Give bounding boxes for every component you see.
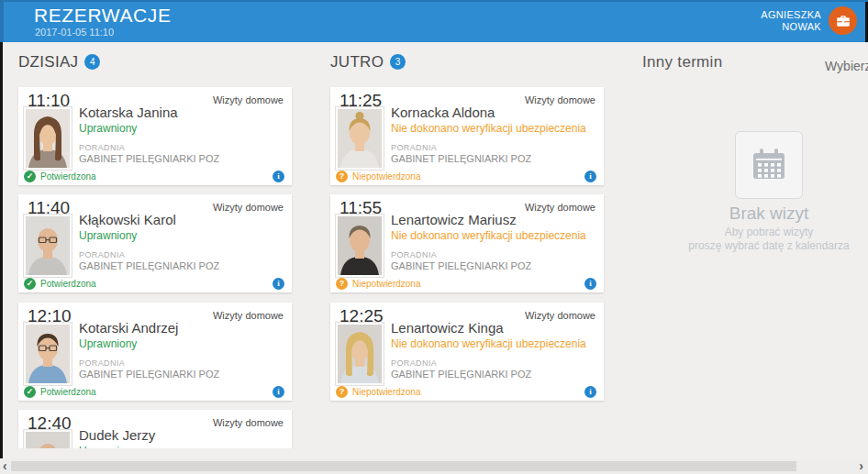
- clinic-type-label: PORADNIA: [391, 250, 437, 259]
- insurance-status: Nie dokonano weryfikacji ubezpieczenia: [391, 229, 586, 242]
- insurance-status: Uprawniony: [79, 229, 137, 242]
- patient-name: Lenartowicz Kinga: [391, 320, 504, 336]
- window-left-edge: [0, 42, 3, 458]
- confirmation-status: ✓ Potwierdzona: [24, 278, 96, 290]
- details-icon[interactable]: i: [273, 278, 284, 290]
- clinic-type-label: PORADNIA: [391, 143, 437, 152]
- details-icon[interactable]: i: [584, 386, 596, 398]
- empty-state-title: Brak wizyt: [642, 204, 868, 224]
- visit-type-label: Wizyty domowe: [525, 310, 595, 321]
- insurance-status: Uprawniony: [79, 337, 137, 350]
- patient-photo-frame: [335, 214, 384, 278]
- details-icon[interactable]: i: [584, 278, 596, 290]
- insurance-status: Nie dokonano weryfikacji ubezpieczenia: [391, 337, 586, 350]
- patient-photo-frame: [23, 214, 72, 278]
- clinic-name: GABINET PIELĘGNIARKI POZ: [391, 369, 531, 380]
- user-name: AGNIESZKA NOWAK: [761, 9, 821, 33]
- confirmation-status: ? Niepotwierdzona: [336, 171, 421, 182]
- confirmation-label: Potwierdzona: [40, 387, 96, 397]
- insurance-status: Uprawniony: [79, 445, 137, 448]
- section-title-other: Inny termin: [642, 53, 722, 72]
- patient-photo-frame: [23, 429, 72, 448]
- appointment-card[interactable]: 12:25 Wizyty domowe Lenartowicz Kinga Ni…: [330, 303, 604, 401]
- confirmation-label: Potwierdzona: [40, 279, 96, 289]
- patient-name: Kornacka Aldona: [391, 105, 495, 120]
- confirmation-label: Niepotwierdzona: [352, 387, 421, 397]
- confirmation-label: Potwierdzona: [40, 171, 96, 182]
- reservations-board: DZISIAJ4 JUTRO3 Inny termin Wybierz datę…: [0, 42, 868, 448]
- user-name-line1: AGNIESZKA: [761, 9, 821, 21]
- insurance-status: Nie dokonano weryfikacji ubezpieczenia: [391, 122, 586, 135]
- appointment-card[interactable]: 12:40 Wizyty domowe Dudek Jerzy Uprawnio…: [18, 410, 292, 448]
- clinic-name: GABINET PIELĘGNIARKI POZ: [79, 153, 219, 164]
- patient-photo: [338, 325, 382, 383]
- details-icon[interactable]: i: [273, 171, 284, 182]
- patient-name: Lenartowicz Mariusz: [391, 212, 517, 227]
- scroll-left-arrow-icon[interactable]: ‹: [3, 458, 7, 474]
- unconfirmed-icon: ?: [336, 278, 348, 290]
- section-title-today: DZISIAJ4: [18, 53, 100, 72]
- reservations-app: REZERWACJE 2017-01-05 11:10 AGNIESZKA NO…: [0, 0, 868, 474]
- app-header: REZERWACJE 2017-01-05 11:10 AGNIESZKA NO…: [0, 0, 868, 42]
- section-title-tomorrow: JUTRO3: [330, 53, 406, 72]
- empty-state-hint-line1: Aby pobrać wizyty: [642, 226, 868, 239]
- confirmation-label: Niepotwierdzona: [352, 171, 421, 182]
- details-icon[interactable]: i: [584, 171, 596, 182]
- patient-name: Kotarski Andrzej: [79, 320, 178, 336]
- clinic-type-label: PORADNIA: [79, 358, 125, 368]
- clinic-name: GABINET PIELĘGNIARKI POZ: [79, 260, 219, 271]
- visit-type-label: Wizyty domowe: [213, 417, 284, 428]
- unconfirmed-icon: ?: [336, 171, 348, 182]
- clinic-type-label: PORADNIA: [79, 250, 125, 259]
- confirmation-status: ? Niepotwierdzona: [336, 278, 421, 290]
- pick-date-link[interactable]: Wybierz datę: [825, 59, 868, 73]
- appointment-card[interactable]: 11:40 Wizyty domowe Kłąkowski Karol Upra…: [18, 194, 292, 292]
- appointment-card[interactable]: 12:10 Wizyty domowe Kotarski Andrzej Upr…: [18, 303, 292, 401]
- horizontal-scrollbar[interactable]: ‹ ›: [0, 458, 868, 474]
- page-title: REZERWACJE: [34, 5, 172, 27]
- scrollbar-thumb[interactable]: [11, 461, 796, 471]
- appointment-card[interactable]: 11:25 Wizyty domowe Kornacka Aldona Nie …: [330, 87, 604, 185]
- confirmation-status: ✓ Potwierdzona: [24, 171, 96, 182]
- today-label: DZISIAJ: [18, 53, 78, 71]
- appointment-card[interactable]: 11:55 Wizyty domowe Lenartowicz Mariusz …: [330, 194, 604, 292]
- patient-photo-frame: [23, 106, 72, 171]
- clinic-name: GABINET PIELĘGNIARKI POZ: [79, 369, 219, 380]
- visit-type-label: Wizyty domowe: [525, 202, 595, 213]
- confirmation-status: ? Niepotwierdzona: [336, 386, 421, 398]
- today-count-badge: 4: [84, 54, 100, 70]
- appointment-card[interactable]: 11:10 Wizyty domowe Kotarska Janina Upra…: [18, 87, 292, 185]
- patient-name: Kotarska Janina: [79, 105, 178, 120]
- patient-photo: [26, 216, 70, 275]
- confirmation-status: ✓ Potwierdzona: [24, 386, 96, 398]
- scroll-right-arrow-icon[interactable]: ›: [859, 458, 863, 474]
- visit-type-label: Wizyty domowe: [213, 94, 284, 105]
- patient-photo: [338, 109, 382, 168]
- briefcase-icon: [836, 15, 851, 28]
- empty-state-hint-line2: proszę wybrać datę z kalendarza: [642, 239, 868, 253]
- confirmed-icon: ✓: [24, 171, 36, 182]
- confirmed-icon: ✓: [24, 386, 36, 398]
- calendar-icon: [751, 149, 787, 182]
- user-name-line2: NOWAK: [761, 21, 821, 33]
- patient-name: Kłąkowski Karol: [79, 212, 176, 227]
- calendar-placeholder: [735, 131, 803, 199]
- visit-type-label: Wizyty domowe: [213, 310, 284, 321]
- unconfirmed-icon: ?: [336, 386, 348, 398]
- current-datetime: 2017-01-05 11:10: [35, 27, 114, 38]
- clinic-type-label: PORADNIA: [391, 358, 437, 368]
- patient-photo-frame: [23, 322, 72, 386]
- clinic-name: GABINET PIELĘGNIARKI POZ: [391, 153, 531, 164]
- patient-photo: [26, 109, 70, 168]
- user-profile-button[interactable]: [829, 6, 857, 35]
- visit-type-label: Wizyty domowe: [525, 94, 595, 105]
- clinic-name: GABINET PIELĘGNIARKI POZ: [391, 260, 531, 271]
- insurance-status: Uprawniony: [79, 122, 137, 135]
- details-icon[interactable]: i: [273, 386, 284, 398]
- visit-type-label: Wizyty domowe: [213, 202, 284, 213]
- patient-photo: [26, 432, 70, 448]
- tomorrow-label: JUTRO: [330, 53, 384, 71]
- confirmation-label: Niepotwierdzona: [352, 279, 421, 289]
- confirmed-icon: ✓: [24, 278, 36, 290]
- tomorrow-count-badge: 3: [390, 54, 406, 70]
